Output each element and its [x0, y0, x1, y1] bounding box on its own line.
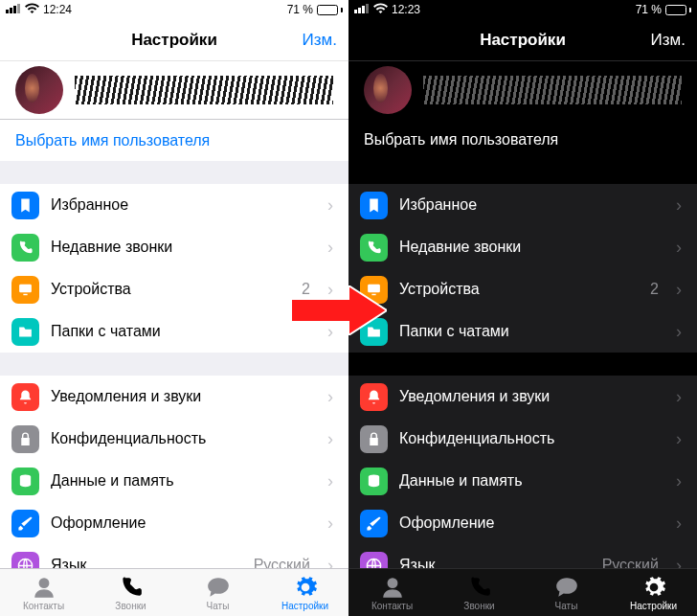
- settings-scroll[interactable]: Выбрать имя пользователя Избранное›Недав…: [0, 61, 348, 568]
- tab-label: Звонки: [463, 601, 494, 611]
- cell-folders[interactable]: Папки с чатами›: [348, 310, 697, 353]
- cell-recent[interactable]: Недавние звонки›: [0, 226, 348, 268]
- avatar: [15, 66, 63, 114]
- svg-rect-12: [366, 4, 369, 13]
- bubble-icon: [206, 575, 231, 600]
- profile-cell[interactable]: [348, 61, 697, 119]
- chevron-right-icon: ›: [676, 280, 682, 300]
- bubble-icon: [554, 575, 579, 600]
- chevron-right-icon: ›: [327, 513, 333, 534]
- settings-scroll[interactable]: Выбрать имя пользователя Избранное›Недав…: [348, 61, 697, 568]
- folder-icon: [360, 318, 388, 346]
- svg-rect-13: [368, 284, 380, 292]
- chevron-right-icon: ›: [327, 471, 333, 491]
- cell-label: Избранное: [51, 196, 310, 214]
- cell-lang[interactable]: ЯзыкРусский›: [348, 544, 697, 568]
- edit-button[interactable]: Изм.: [651, 31, 686, 50]
- tab-chats[interactable]: Чаты: [174, 569, 261, 616]
- battery-percent: 71 %: [287, 3, 313, 16]
- chevron-right-icon: ›: [676, 471, 682, 491]
- chevron-right-icon: ›: [327, 387, 333, 407]
- brush-icon: [360, 510, 388, 537]
- cell-label: Устройства: [399, 281, 639, 298]
- db-icon: [360, 468, 388, 495]
- tab-label: Чаты: [207, 601, 230, 611]
- cell-theme[interactable]: Оформление›: [0, 502, 348, 544]
- navbar: Настройки Изм.: [348, 19, 697, 61]
- gear-icon: [641, 575, 666, 600]
- profile-cell[interactable]: [0, 61, 348, 119]
- svg-rect-10: [358, 8, 361, 13]
- cell-value: 2: [302, 281, 310, 298]
- tab-calls[interactable]: Звонки: [436, 569, 523, 616]
- phone-light: 12:24 71 % Настройки Изм. Выбрать имя по…: [0, 0, 348, 616]
- cell-folders[interactable]: Папки с чатами›: [0, 310, 348, 353]
- phone-icon: [360, 234, 388, 262]
- tab-settings[interactable]: Настройки: [610, 569, 697, 616]
- section-gap: [0, 161, 348, 184]
- cell-label: Устройства: [51, 281, 290, 298]
- bell-icon: [360, 383, 388, 411]
- wifi-icon: [373, 3, 388, 16]
- cell-data[interactable]: Данные и память›: [0, 460, 348, 502]
- username-link-label: Выбрать имя пользователя: [15, 132, 210, 149]
- cell-priv[interactable]: Конфиденциальность›: [0, 418, 348, 460]
- cell-value: 2: [650, 281, 659, 298]
- tab-contacts[interactable]: Контакты: [0, 569, 87, 616]
- cell-notif[interactable]: Уведомления и звуки›: [348, 376, 697, 418]
- tab-settings[interactable]: Настройки: [261, 569, 348, 616]
- tab-contacts[interactable]: Контакты: [348, 569, 436, 616]
- cell-recent[interactable]: Недавние звонки›: [348, 226, 697, 268]
- section-1: Избранное›Недавние звонки›Устройства2›Па…: [348, 184, 697, 353]
- chevron-right-icon: ›: [327, 429, 333, 449]
- username-link[interactable]: Выбрать имя пользователя: [348, 119, 697, 161]
- chevron-right-icon: ›: [327, 322, 333, 342]
- monitor-icon: [11, 276, 39, 304]
- cell-notif[interactable]: Уведомления и звуки›: [0, 376, 348, 418]
- bookmark-icon: [11, 192, 39, 219]
- tab-label: Чаты: [555, 601, 578, 611]
- tab-label: Звонки: [115, 601, 146, 611]
- bell-icon: [11, 383, 39, 411]
- cell-label: Оформление: [51, 514, 310, 532]
- chevron-right-icon: ›: [676, 195, 682, 216]
- username-link[interactable]: Выбрать имя пользователя: [0, 119, 348, 161]
- bookmark-icon: [360, 192, 388, 219]
- cell-lang[interactable]: ЯзыкРусский›: [0, 544, 348, 568]
- page-title: Настройки: [480, 31, 566, 50]
- cell-theme[interactable]: Оформление›: [348, 502, 697, 544]
- svg-rect-14: [371, 293, 375, 294]
- cell-saved[interactable]: Избранное›: [348, 184, 697, 226]
- avatar: [364, 66, 412, 114]
- phone-icon: [467, 575, 492, 600]
- section-gap: [348, 161, 697, 184]
- tab-label: Контакты: [371, 601, 413, 611]
- profile-name-redacted: [423, 76, 682, 104]
- globe-icon: [360, 552, 388, 569]
- user-icon: [380, 575, 405, 600]
- edit-button[interactable]: Изм.: [303, 31, 337, 50]
- cell-label: Конфиденциальность: [399, 430, 659, 447]
- globe-icon: [11, 552, 39, 569]
- svg-rect-2: [13, 6, 16, 13]
- status-bar: 12:24 71 %: [0, 0, 348, 19]
- tab-calls[interactable]: Звонки: [87, 569, 174, 616]
- chevron-right-icon: ›: [327, 195, 333, 216]
- cell-priv[interactable]: Конфиденциальность›: [348, 418, 697, 460]
- svg-point-7: [18, 559, 32, 568]
- cell-data[interactable]: Данные и память›: [348, 460, 697, 502]
- cell-value: Русский: [254, 557, 310, 568]
- tab-chats[interactable]: Чаты: [523, 569, 610, 616]
- cell-label: Язык: [399, 557, 591, 568]
- cell-devices[interactable]: Устройства2›: [0, 268, 348, 310]
- chevron-right-icon: ›: [676, 387, 682, 407]
- phone-icon: [11, 234, 39, 262]
- status-time: 12:24: [43, 3, 72, 16]
- chevron-right-icon: ›: [676, 322, 682, 342]
- signal-icon: [354, 3, 370, 16]
- wifi-icon: [25, 3, 39, 16]
- cell-label: Данные и память: [399, 472, 659, 490]
- cell-saved[interactable]: Избранное›: [0, 184, 348, 226]
- svg-point-8: [38, 578, 49, 588]
- cell-devices[interactable]: Устройства2›: [348, 268, 697, 310]
